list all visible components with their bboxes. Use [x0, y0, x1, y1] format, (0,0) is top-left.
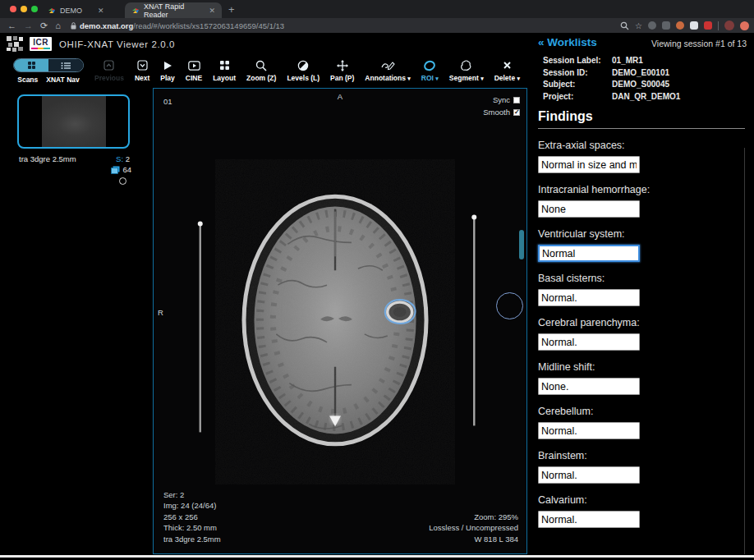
levels-tool-button[interactable]: Levels (L): [287, 59, 320, 82]
chevron-down-icon: ▾: [480, 76, 484, 81]
browser-extension-icon[interactable]: [704, 21, 712, 30]
app-header: ICR OHIF-XNAT Viewer 2.0.0: [0, 33, 530, 55]
viewing-session-status: Viewing session #1 of 13: [651, 39, 747, 48]
tab-title: DEMO: [60, 7, 82, 15]
scans-label: Scans: [17, 76, 38, 84]
cine-button[interactable]: CINE: [186, 59, 202, 82]
finding-field-basal-cisterns: Basal cisterns:: [538, 273, 745, 306]
session-row: Session ID: DEMO_E00101: [543, 68, 747, 77]
list-icon: [61, 62, 71, 70]
page-zoom-icon[interactable]: [620, 21, 629, 30]
xnat-favicon: [48, 7, 56, 15]
tab-close-icon[interactable]: ✕: [209, 7, 215, 15]
new-tab-button[interactable]: +: [228, 3, 235, 16]
finding-field-intracranial-hemorrhage: Intracranial hemorrhage:: [538, 184, 745, 218]
finding-field-midline-shift: Midline shift:: [538, 361, 745, 395]
orientation-marker-right: R: [158, 308, 163, 317]
chevron-down-icon: ▾: [517, 76, 521, 81]
browser-extension-icon[interactable]: [676, 21, 684, 30]
window-close-button[interactable]: [10, 6, 16, 12]
divider: [538, 128, 745, 129]
bookmark-star-icon[interactable]: ☆: [635, 21, 642, 30]
sync-checkbox[interactable]: [513, 97, 520, 103]
xnat-logo: [7, 36, 24, 52]
browser-extension-icon[interactable]: [690, 21, 698, 30]
segment-icon: [461, 59, 472, 71]
divider: [718, 21, 719, 30]
browser-update-icon[interactable]: [740, 21, 749, 30]
zoom-icon: [255, 59, 267, 71]
back-icon[interactable]: ←: [7, 21, 16, 30]
frame-count: 64: [111, 165, 131, 174]
xnat-nav-label: XNAT Nav: [46, 76, 79, 84]
cerebral-parenchyma-input[interactable]: [538, 333, 640, 351]
roi-menu-button[interactable]: ROI ▾: [421, 59, 439, 82]
profile-avatar[interactable]: [724, 21, 734, 30]
zoom-tool-button[interactable]: Zoom (Z): [246, 59, 276, 82]
next-button[interactable]: Next: [135, 59, 149, 82]
browser-extension-icon[interactable]: [648, 21, 656, 30]
smooth-checkbox-row[interactable]: Smooth: [483, 108, 520, 117]
reload-icon[interactable]: ⟳: [40, 21, 48, 31]
worklist-panel: « Worklists Viewing session #1 of 13 Ses…: [530, 33, 754, 558]
viewport-options: Sync Smooth: [483, 95, 520, 117]
ventricular-system-input[interactable]: [538, 245, 640, 262]
series-name: tra 3dgre 2.5mm: [19, 154, 76, 163]
play-button[interactable]: Play: [160, 59, 175, 82]
series-thumbnail[interactable]: [17, 94, 130, 149]
zoom-info-overlay: Zoom: 295% Lossless / Uncompressed W 818…: [429, 512, 518, 545]
findings-form: Findings Extra-axial spaces: Intracrania…: [538, 109, 745, 539]
intracranial-hemorrhage-input[interactable]: [538, 200, 640, 218]
image-info-overlay: Ser: 2 Img: 24 (24/64) 256 x 256 Thick: …: [163, 489, 221, 545]
lock-icon: [71, 22, 76, 30]
home-icon[interactable]: ⌂: [55, 21, 61, 30]
icr-logo: ICR: [30, 37, 52, 51]
finding-field-ventricular-system: Ventricular system:: [538, 228, 745, 262]
scans-toggle-button[interactable]: [14, 59, 48, 71]
smooth-checkbox[interactable]: [513, 109, 520, 116]
browser-extension-icon[interactable]: [662, 21, 670, 30]
brainstem-input[interactable]: [538, 466, 640, 484]
tab-close-icon[interactable]: ✕: [98, 7, 104, 15]
play-icon: [163, 59, 172, 71]
sync-checkbox-row[interactable]: Sync: [493, 95, 520, 104]
basal-cisterns-input[interactable]: [538, 289, 640, 306]
forward-icon[interactable]: →: [24, 21, 33, 30]
toolbar: Scans XNAT Nav Previous Next: [0, 55, 530, 87]
finding-field-cerebral-parenchyma: Cerebral parenchyma:: [538, 317, 745, 351]
pan-tool-button[interactable]: Pan (P): [330, 59, 354, 82]
cine-icon: [188, 59, 200, 71]
calvarium-input[interactable]: [538, 511, 640, 528]
viewport-number: 01: [163, 97, 172, 106]
annotations-menu-button[interactable]: Annotations ▾: [365, 59, 410, 82]
xnat-favicon: [131, 7, 140, 15]
stack-scrollbar[interactable]: [519, 230, 524, 259]
image-viewport[interactable]: 01 A R Sync Smooth Ser: 2 Img: 24 (24/64…: [153, 88, 527, 554]
xnat-nav-toggle-button[interactable]: [48, 59, 83, 71]
midline-shift-input[interactable]: [538, 378, 640, 395]
window-zoom-button[interactable]: [31, 6, 38, 12]
extra-axial-spaces-input[interactable]: [538, 156, 640, 173]
panel-scrollbar[interactable]: [744, 148, 745, 554]
chevron-down-icon: ▾: [435, 76, 439, 81]
worklists-back-link[interactable]: « Worklists: [538, 36, 597, 48]
smooth-label: Smooth: [483, 108, 510, 117]
browser-tab-xnat-rapid-reader[interactable]: XNAT Rapid Reader ✕: [125, 2, 222, 18]
finding-field-cerebellum: Cerebellum:: [538, 406, 745, 439]
layout-button[interactable]: Layout: [213, 59, 236, 82]
address-field[interactable]: demo.xnat.org/read/#/worklists/xs1572063…: [71, 21, 284, 30]
roi-brush-cursor: [496, 292, 523, 319]
contour-collection-icon[interactable]: [119, 177, 126, 185]
delete-menu-button[interactable]: Delete ▾: [494, 59, 520, 82]
chevron-down-icon: ▾: [407, 76, 411, 81]
orientation-marker-anterior: A: [338, 92, 343, 101]
window-minimize-button[interactable]: [21, 6, 27, 12]
tab-title: XNAT Rapid Reader: [144, 2, 193, 19]
series-panel: tra 3dgre 2.5mm S: 2 64: [0, 87, 153, 558]
browser-tab-demo[interactable]: DEMO ✕: [41, 2, 123, 18]
previous-button[interactable]: Previous: [94, 59, 124, 82]
cerebellum-input[interactable]: [538, 422, 640, 439]
segment-menu-button[interactable]: Segment ▾: [449, 59, 484, 82]
finding-field-extra-axial-spaces: Extra-axial spaces:: [538, 140, 745, 173]
pan-icon: [337, 59, 348, 71]
